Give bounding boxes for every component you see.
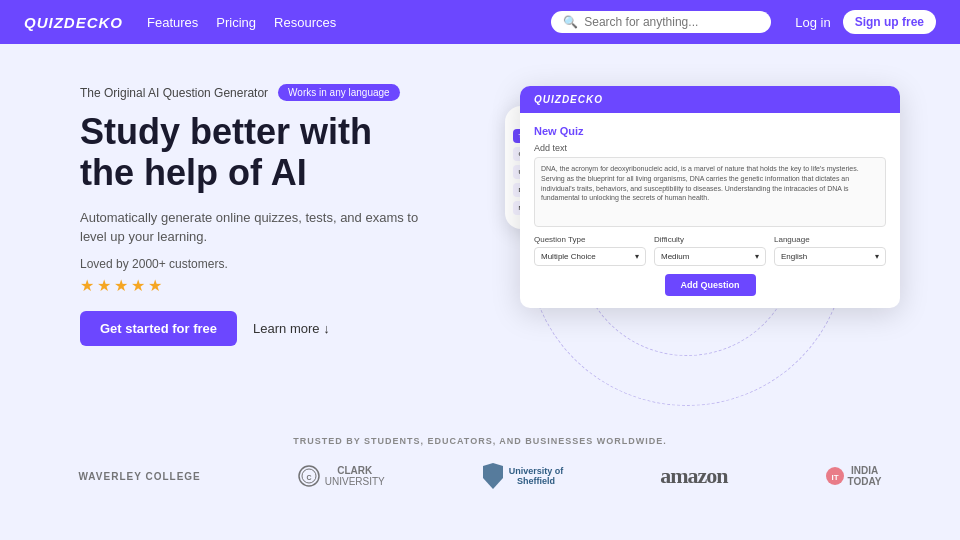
quiz-panel: QUIZDECKO New Quiz Add text DNA, the acr…	[520, 86, 900, 308]
hero-section: The Original AI Question Generator Works…	[0, 44, 960, 416]
learn-more-button[interactable]: Learn more ↓	[253, 321, 330, 336]
qp-difficulty-value: Medium	[661, 252, 689, 261]
logos-row: WAVERLEY COLLEGE C CLARKUNIVERSITY Unive…	[40, 462, 920, 490]
logo-sheffield: University ofSheffield	[482, 462, 564, 490]
nav-links: Features Pricing Resources	[147, 15, 527, 30]
star-1: ★	[80, 276, 94, 295]
qp-difficulty-select[interactable]: Medium ▾	[654, 247, 766, 266]
qp-question-type-select[interactable]: Multiple Choice ▾	[534, 247, 646, 266]
login-button[interactable]: Log in	[795, 15, 830, 30]
qp-logo: QUIZDECKO	[534, 94, 603, 105]
chevron-down-icon: ▾	[635, 252, 639, 261]
nav-link-resources[interactable]: Resources	[274, 15, 336, 30]
qp-question-type-field: Question Type Multiple Choice ▾	[534, 235, 646, 266]
qp-new-quiz: New Quiz	[534, 125, 886, 137]
nav-logo: QUIZDECKO	[24, 14, 123, 31]
quiz-panel-header: QUIZDECKO	[520, 86, 900, 113]
logo-amazon: amazon	[660, 463, 727, 489]
hero-title: Study better with the help of AI	[80, 111, 435, 194]
sheffield-shield-icon	[482, 462, 504, 490]
star-4: ★	[131, 276, 145, 295]
navbar: QUIZDECKO Features Pricing Resources 🔍 L…	[0, 0, 960, 44]
hero-buttons: Get started for free Learn more ↓	[80, 311, 435, 346]
clark-seal-icon: C	[298, 465, 320, 487]
nav-link-pricing[interactable]: Pricing	[216, 15, 256, 30]
star-rating: ★ ★ ★ ★ ★	[80, 276, 435, 295]
add-question-button[interactable]: Add Question	[665, 274, 756, 296]
hero-title-line1: Study better with	[80, 111, 372, 152]
logo-waverley-college: WAVERLEY COLLEGE	[78, 471, 200, 482]
search-input[interactable]	[584, 15, 759, 29]
svg-text:IT: IT	[831, 473, 838, 482]
qp-question-type-label: Question Type	[534, 235, 646, 244]
hero-title-line2: the help of AI	[80, 152, 307, 193]
hero-subtitle: The Original AI Question Generator	[80, 86, 268, 100]
logo-india-today: IT INDIATODAY	[825, 465, 882, 487]
nav-right: Log in Sign up free	[795, 10, 936, 34]
qp-difficulty-label: Difficulty	[654, 235, 766, 244]
get-started-button[interactable]: Get started for free	[80, 311, 237, 346]
qp-question-type-value: Multiple Choice	[541, 252, 596, 261]
chevron-down-icon-2: ▾	[755, 252, 759, 261]
hero-badge-row: The Original AI Question Generator Works…	[80, 84, 435, 101]
qp-add-text-label: Add text	[534, 143, 886, 153]
qp-language-value: English	[781, 252, 807, 261]
svg-text:C: C	[306, 474, 311, 481]
search-icon: 🔍	[563, 15, 578, 29]
qp-difficulty-field: Difficulty Medium ▾	[654, 235, 766, 266]
qp-textarea[interactable]: DNA, the acronym for deoxyribonucleic ac…	[534, 157, 886, 227]
qp-language-field: Language English ▾	[774, 235, 886, 266]
signup-button[interactable]: Sign up free	[843, 10, 936, 34]
qp-language-select[interactable]: English ▾	[774, 247, 886, 266]
search-bar[interactable]: 🔍	[551, 11, 771, 33]
nav-link-features[interactable]: Features	[147, 15, 198, 30]
hero-left: The Original AI Question Generator Works…	[80, 76, 435, 346]
trusted-text: TRUSTED BY STUDENTS, EDUCATORS, AND BUSI…	[40, 436, 920, 446]
logo-clark-university: C CLARKUNIVERSITY	[298, 465, 385, 487]
hero-description: Automatically generate online quizzes, t…	[80, 208, 420, 247]
star-2: ★	[97, 276, 111, 295]
quiz-panel-body: New Quiz Add text DNA, the acronym for d…	[520, 113, 900, 308]
india-today-icon: IT	[825, 466, 845, 486]
hero-loved: Loved by 2000+ customers.	[80, 257, 435, 271]
chevron-down-icon-3: ▾	[875, 252, 879, 261]
star-5: ★	[148, 276, 162, 295]
qp-row: Question Type Multiple Choice ▾ Difficul…	[534, 235, 886, 266]
qp-language-label: Language	[774, 235, 886, 244]
trusted-section: TRUSTED BY STUDENTS, EDUCATORS, AND BUSI…	[0, 436, 960, 490]
hero-badge: Works in any language	[278, 84, 400, 101]
hero-right: Choose Quiz Type Text Content URL Docume…	[475, 76, 900, 416]
star-3: ★	[114, 276, 128, 295]
